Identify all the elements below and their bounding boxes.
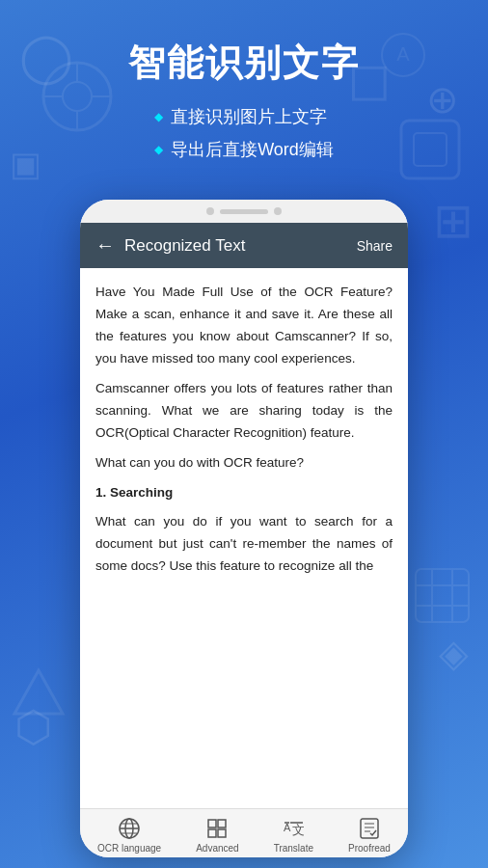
doc-paragraph-5: What can you do if you want to search fo… xyxy=(95,511,393,578)
phone-camera-2 xyxy=(274,207,282,215)
feature-item-1: ◆ 直接识别图片上文字 xyxy=(154,105,334,128)
feature-text-1: 直接识别图片上文字 xyxy=(171,105,327,128)
diamond-icon-1: ◆ xyxy=(154,110,163,123)
toolbar-item-advanced[interactable]: Advanced xyxy=(196,817,238,854)
doc-content: Have You Made Full Use of the OCR Featur… xyxy=(80,268,408,808)
share-button[interactable]: Share xyxy=(357,238,393,254)
phone-wrapper: ← Recognized Text Share Have You Made Fu… xyxy=(0,200,488,857)
toolbar-item-ocr-language[interactable]: OCR language xyxy=(97,817,161,854)
translate-label: Translate xyxy=(274,843,313,854)
app-header-left: ← Recognized Text xyxy=(95,234,245,257)
phone-camera xyxy=(206,207,214,215)
svg-rect-24 xyxy=(218,829,226,837)
feature-text-2: 导出后直接Word编辑 xyxy=(171,138,334,161)
main-title: 智能识别文字 xyxy=(19,39,469,88)
svg-rect-21 xyxy=(208,820,216,827)
phone-speaker xyxy=(220,209,268,214)
phone-top-bar xyxy=(80,200,408,223)
toolbar-item-proofread[interactable]: Proofread xyxy=(348,817,391,854)
translate-icon: A 文 xyxy=(282,817,305,840)
back-button[interactable]: ← xyxy=(95,234,115,257)
top-section: 智能识别文字 ◆ 直接识别图片上文字 ◆ 导出后直接Word编辑 xyxy=(0,0,488,190)
ocr-language-label: OCR language xyxy=(97,843,161,854)
feature-list: ◆ 直接识别图片上文字 ◆ 导出后直接Word编辑 xyxy=(154,105,334,171)
app-header-title: Recognized Text xyxy=(124,236,245,256)
feature-item-2: ◆ 导出后直接Word编辑 xyxy=(154,138,334,161)
svg-rect-23 xyxy=(208,829,216,837)
diamond-icon-2: ◆ xyxy=(154,143,163,156)
phone-mockup: ← Recognized Text Share Have You Made Fu… xyxy=(80,200,408,857)
doc-paragraph-4: 1. Searching xyxy=(95,482,393,504)
ocr-language-icon xyxy=(118,817,141,840)
advanced-label: Advanced xyxy=(196,843,238,854)
svg-text:A: A xyxy=(284,822,291,833)
advanced-icon xyxy=(205,817,229,840)
doc-paragraph-2: Camscanner offers you lots of features r… xyxy=(95,378,393,445)
svg-rect-29 xyxy=(361,819,378,838)
app-header: ← Recognized Text Share xyxy=(80,223,408,268)
toolbar-item-translate[interactable]: A 文 Translate xyxy=(274,817,313,854)
bottom-toolbar: OCR language Advanced A 文 Translat xyxy=(80,808,408,857)
doc-paragraph-1: Have You Made Full Use of the OCR Featur… xyxy=(95,282,393,370)
proofread-label: Proofread xyxy=(348,843,391,854)
proofread-icon xyxy=(358,817,381,840)
section-number: 1. Searching xyxy=(95,485,173,500)
svg-text:文: 文 xyxy=(292,823,305,837)
doc-paragraph-3: What can you do with OCR feature? xyxy=(95,452,393,475)
svg-rect-22 xyxy=(218,820,226,827)
